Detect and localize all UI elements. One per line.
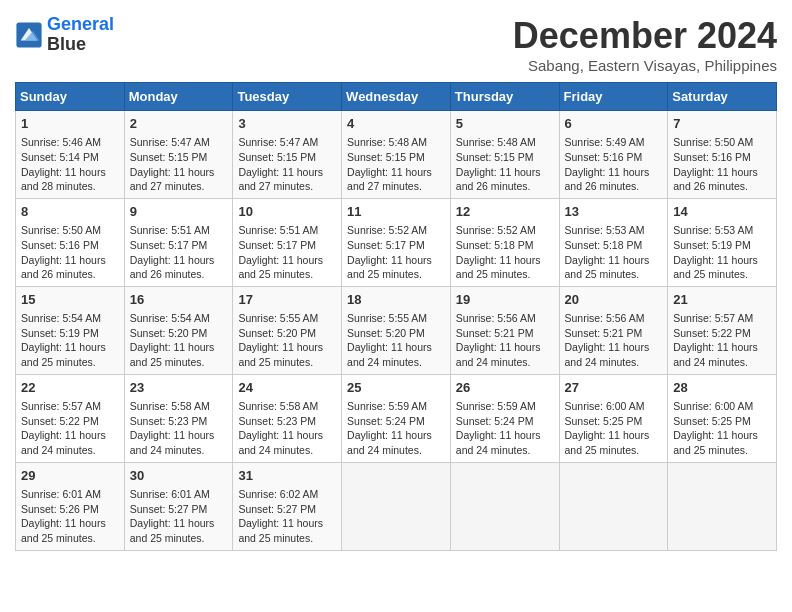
calendar-cell: 5Sunrise: 5:48 AMSunset: 5:15 PMDaylight… xyxy=(450,111,559,199)
day-number: 20 xyxy=(565,291,663,309)
day-info-line: Sunrise: 5:53 AM xyxy=(673,223,771,238)
day-info-line: Sunset: 5:25 PM xyxy=(673,414,771,429)
day-info-line: Sunset: 5:15 PM xyxy=(130,150,228,165)
calendar-cell: 10Sunrise: 5:51 AMSunset: 5:17 PMDayligh… xyxy=(233,198,342,286)
calendar-cell: 27Sunrise: 6:00 AMSunset: 5:25 PMDayligh… xyxy=(559,374,668,462)
day-info-line: Daylight: 11 hours and 24 minutes. xyxy=(21,428,119,457)
calendar-cell: 31Sunrise: 6:02 AMSunset: 5:27 PMDayligh… xyxy=(233,462,342,550)
day-info-line: Sunrise: 5:59 AM xyxy=(347,399,445,414)
location-subtitle: Sabang, Eastern Visayas, Philippines xyxy=(513,57,777,74)
day-info-line: Sunset: 5:16 PM xyxy=(565,150,663,165)
day-info-line: Daylight: 11 hours and 25 minutes. xyxy=(456,253,554,282)
calendar-week-row: 15Sunrise: 5:54 AMSunset: 5:19 PMDayligh… xyxy=(16,286,777,374)
day-number: 10 xyxy=(238,203,336,221)
logo: General Blue xyxy=(15,15,114,55)
day-info-line: Sunset: 5:15 PM xyxy=(238,150,336,165)
day-number: 24 xyxy=(238,379,336,397)
day-info-line: Sunset: 5:25 PM xyxy=(565,414,663,429)
day-info-line: Sunrise: 5:48 AM xyxy=(456,135,554,150)
day-info-line: Sunrise: 6:00 AM xyxy=(565,399,663,414)
day-info-line: Sunrise: 5:56 AM xyxy=(565,311,663,326)
day-info-line: Daylight: 11 hours and 26 minutes. xyxy=(21,253,119,282)
day-info-line: Daylight: 11 hours and 28 minutes. xyxy=(21,165,119,194)
day-info-line: Sunset: 5:20 PM xyxy=(130,326,228,341)
day-number: 12 xyxy=(456,203,554,221)
day-info-line: Sunset: 5:15 PM xyxy=(347,150,445,165)
day-info-line: Daylight: 11 hours and 27 minutes. xyxy=(347,165,445,194)
day-number: 13 xyxy=(565,203,663,221)
logo-text: General Blue xyxy=(47,15,114,55)
day-info-line: Sunset: 5:21 PM xyxy=(456,326,554,341)
day-info-line: Sunset: 5:15 PM xyxy=(456,150,554,165)
day-number: 22 xyxy=(21,379,119,397)
day-info-line: Sunrise: 5:58 AM xyxy=(130,399,228,414)
day-number: 30 xyxy=(130,467,228,485)
weekday-header-row: SundayMondayTuesdayWednesdayThursdayFrid… xyxy=(16,83,777,111)
calendar-cell: 12Sunrise: 5:52 AMSunset: 5:18 PMDayligh… xyxy=(450,198,559,286)
calendar-cell: 20Sunrise: 5:56 AMSunset: 5:21 PMDayligh… xyxy=(559,286,668,374)
day-info-line: Sunset: 5:17 PM xyxy=(130,238,228,253)
day-info-line: Sunset: 5:20 PM xyxy=(347,326,445,341)
day-info-line: Sunset: 5:27 PM xyxy=(238,502,336,517)
day-number: 9 xyxy=(130,203,228,221)
calendar-cell: 9Sunrise: 5:51 AMSunset: 5:17 PMDaylight… xyxy=(124,198,233,286)
day-info-line: Sunset: 5:23 PM xyxy=(130,414,228,429)
calendar-week-row: 8Sunrise: 5:50 AMSunset: 5:16 PMDaylight… xyxy=(16,198,777,286)
calendar-cell: 19Sunrise: 5:56 AMSunset: 5:21 PMDayligh… xyxy=(450,286,559,374)
day-number: 15 xyxy=(21,291,119,309)
day-info-line: Sunset: 5:23 PM xyxy=(238,414,336,429)
day-number: 2 xyxy=(130,115,228,133)
day-info-line: Sunset: 5:14 PM xyxy=(21,150,119,165)
day-info-line: Daylight: 11 hours and 25 minutes. xyxy=(673,253,771,282)
day-info-line: Daylight: 11 hours and 24 minutes. xyxy=(456,428,554,457)
day-info-line: Daylight: 11 hours and 24 minutes. xyxy=(347,340,445,369)
calendar-cell: 3Sunrise: 5:47 AMSunset: 5:15 PMDaylight… xyxy=(233,111,342,199)
weekday-header: Wednesday xyxy=(342,83,451,111)
calendar-cell: 16Sunrise: 5:54 AMSunset: 5:20 PMDayligh… xyxy=(124,286,233,374)
day-info-line: Sunrise: 5:54 AM xyxy=(130,311,228,326)
day-info-line: Sunrise: 5:52 AM xyxy=(347,223,445,238)
day-info-line: Sunrise: 6:01 AM xyxy=(130,487,228,502)
day-info-line: Sunrise: 5:47 AM xyxy=(238,135,336,150)
day-number: 27 xyxy=(565,379,663,397)
day-number: 29 xyxy=(21,467,119,485)
day-info-line: Sunrise: 6:00 AM xyxy=(673,399,771,414)
day-info-line: Daylight: 11 hours and 25 minutes. xyxy=(673,428,771,457)
day-info-line: Sunset: 5:21 PM xyxy=(565,326,663,341)
day-info-line: Sunset: 5:20 PM xyxy=(238,326,336,341)
calendar-cell: 15Sunrise: 5:54 AMSunset: 5:19 PMDayligh… xyxy=(16,286,125,374)
calendar-cell: 21Sunrise: 5:57 AMSunset: 5:22 PMDayligh… xyxy=(668,286,777,374)
calendar-cell: 11Sunrise: 5:52 AMSunset: 5:17 PMDayligh… xyxy=(342,198,451,286)
day-number: 4 xyxy=(347,115,445,133)
day-info-line: Sunrise: 6:01 AM xyxy=(21,487,119,502)
day-info-line: Sunset: 5:26 PM xyxy=(21,502,119,517)
day-info-line: Sunrise: 5:47 AM xyxy=(130,135,228,150)
calendar-cell: 1Sunrise: 5:46 AMSunset: 5:14 PMDaylight… xyxy=(16,111,125,199)
day-number: 7 xyxy=(673,115,771,133)
day-info-line: Sunset: 5:22 PM xyxy=(673,326,771,341)
day-info-line: Sunset: 5:18 PM xyxy=(565,238,663,253)
day-info-line: Sunrise: 5:50 AM xyxy=(673,135,771,150)
calendar-cell xyxy=(559,462,668,550)
day-info-line: Sunset: 5:17 PM xyxy=(347,238,445,253)
day-info-line: Sunset: 5:17 PM xyxy=(238,238,336,253)
day-info-line: Daylight: 11 hours and 25 minutes. xyxy=(565,253,663,282)
day-number: 23 xyxy=(130,379,228,397)
calendar-cell: 6Sunrise: 5:49 AMSunset: 5:16 PMDaylight… xyxy=(559,111,668,199)
day-info-line: Sunset: 5:18 PM xyxy=(456,238,554,253)
day-info-line: Daylight: 11 hours and 26 minutes. xyxy=(456,165,554,194)
day-number: 26 xyxy=(456,379,554,397)
month-title: December 2024 xyxy=(513,15,777,57)
page-header: General Blue December 2024 Sabang, Easte… xyxy=(15,15,777,74)
weekday-header: Saturday xyxy=(668,83,777,111)
day-info-line: Daylight: 11 hours and 24 minutes. xyxy=(456,340,554,369)
day-info-line: Sunrise: 5:55 AM xyxy=(238,311,336,326)
day-info-line: Sunrise: 5:59 AM xyxy=(456,399,554,414)
day-number: 18 xyxy=(347,291,445,309)
weekday-header: Tuesday xyxy=(233,83,342,111)
day-info-line: Daylight: 11 hours and 25 minutes. xyxy=(130,340,228,369)
day-number: 28 xyxy=(673,379,771,397)
day-info-line: Sunrise: 5:52 AM xyxy=(456,223,554,238)
day-info-line: Sunset: 5:16 PM xyxy=(673,150,771,165)
day-info-line: Daylight: 11 hours and 24 minutes. xyxy=(673,340,771,369)
